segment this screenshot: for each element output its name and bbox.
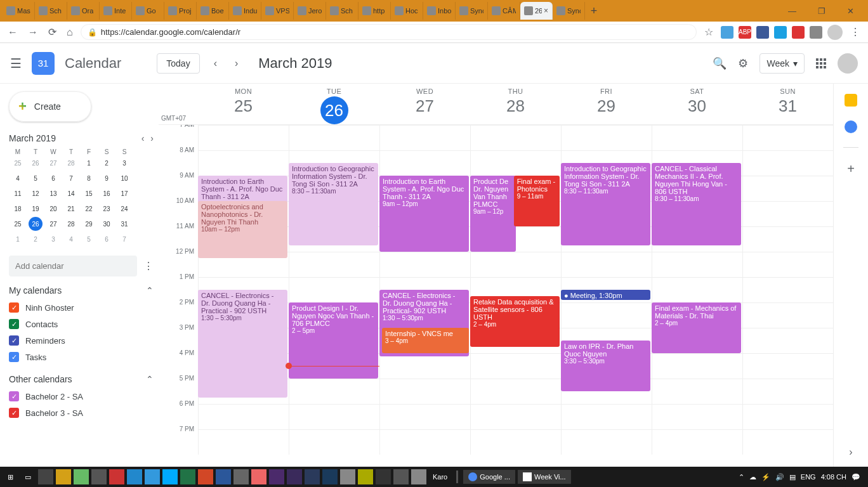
day-header[interactable]: THU28: [470, 88, 561, 124]
taskbar-app-icon[interactable]: [109, 469, 124, 484]
ext-icon-5[interactable]: [810, 26, 822, 39]
start-button[interactable]: ⊞: [3, 469, 18, 484]
mini-day[interactable]: 10: [115, 175, 133, 182]
taskbar-app-icon[interactable]: [393, 469, 409, 484]
tray-up-icon[interactable]: ⌃: [739, 473, 744, 481]
mini-day[interactable]: 28: [62, 160, 80, 167]
mini-day[interactable]: 28: [62, 221, 80, 228]
google-apps-icon[interactable]: [816, 58, 826, 68]
taskbar-app-icon[interactable]: [376, 469, 391, 484]
browser-tab[interactable]: Ora: [67, 2, 100, 20]
mini-day[interactable]: 4: [9, 175, 27, 182]
mini-day[interactable]: 3: [115, 160, 133, 167]
mini-day[interactable]: 6: [98, 236, 115, 243]
next-week-button[interactable]: ›: [231, 54, 242, 73]
settings-icon[interactable]: ⚙: [738, 56, 748, 70]
mini-day[interactable]: 29: [80, 221, 98, 228]
view-selector[interactable]: Week ▾: [760, 53, 805, 74]
search-icon[interactable]: 🔍: [713, 56, 727, 70]
mini-day[interactable]: 6: [44, 175, 62, 182]
mini-day[interactable]: 22: [80, 205, 98, 212]
mini-day[interactable]: 11: [9, 190, 27, 197]
mini-day[interactable]: 17: [115, 190, 133, 197]
calendar-event[interactable]: CANCEL - Classical Mechanics II - A. Pro…: [652, 163, 741, 245]
mini-day[interactable]: 3: [44, 236, 62, 243]
ext-adblock-icon[interactable]: ABP: [739, 26, 751, 39]
taskbar-app-icon[interactable]: [74, 469, 89, 484]
browser-tab[interactable]: Sch: [326, 2, 358, 20]
window-minimize[interactable]: —: [783, 4, 801, 18]
ext-icon-1[interactable]: [721, 26, 733, 39]
calendar-event[interactable]: ● Meeting, 1:30pm: [561, 290, 650, 300]
calendar-item[interactable]: ✓Bachelor 3 - SA: [9, 405, 154, 421]
taskbar-app-icon[interactable]: [127, 469, 142, 484]
calendar-item[interactable]: ✓Contacts: [9, 316, 154, 332]
day-header[interactable]: MON25: [198, 88, 289, 124]
taskview-icon[interactable]: ▭: [20, 469, 36, 484]
day-header[interactable]: TUE26: [289, 88, 379, 124]
browser-tab[interactable]: Sch: [35, 2, 67, 20]
hamburger-icon[interactable]: ☰: [10, 56, 22, 71]
day-header[interactable]: WED27: [379, 88, 470, 124]
mini-day[interactable]: 1: [80, 160, 98, 167]
calendar-item[interactable]: ✓Tasks: [9, 349, 154, 365]
taskbar-app-icon[interactable]: [91, 469, 107, 484]
mini-day[interactable]: 7: [62, 175, 80, 182]
other-calendars-header[interactable]: Other calendars ⌃: [9, 374, 154, 384]
add-panel-button[interactable]: +: [847, 162, 855, 176]
mini-day[interactable]: 26: [29, 217, 43, 231]
calendar-event[interactable]: Internship - VNCS me3 – 4pm: [382, 328, 469, 353]
calendar-event[interactable]: Optoelectronics and Nanophotonics - Dr. …: [198, 201, 287, 258]
calendar-item[interactable]: ✓Ninh Ghoster: [9, 299, 154, 316]
nav-back[interactable]: ←: [5, 24, 20, 41]
taskbar-app-icon[interactable]: [340, 469, 355, 484]
taskbar-pr-icon[interactable]: [269, 469, 284, 484]
mini-day[interactable]: 14: [62, 190, 80, 197]
mini-day[interactable]: 15: [80, 190, 98, 197]
taskbar-word-icon[interactable]: [216, 469, 231, 484]
mini-day[interactable]: 25: [9, 160, 27, 167]
browser-tab[interactable]: Indu: [229, 2, 261, 20]
mini-day[interactable]: 1: [9, 236, 27, 243]
taskbar-app-icon[interactable]: [56, 469, 71, 484]
calendar-event[interactable]: Introduction to Geographic Information S…: [561, 163, 650, 245]
mini-day[interactable]: 4: [62, 236, 80, 243]
browser-menu[interactable]: ⋮: [848, 23, 863, 41]
tray-icon[interactable]: ☁: [749, 473, 756, 481]
tray-icon[interactable]: ⚡: [761, 473, 770, 481]
mini-day[interactable]: 2: [27, 236, 44, 243]
taskbar-app-icon[interactable]: [411, 469, 426, 484]
browser-tab[interactable]: Hoc: [391, 2, 423, 20]
url-input[interactable]: 🔒 https://calendar.google.com/calendar/r: [81, 24, 697, 40]
calendar-event[interactable]: Retake Data acquisition & Satellite sens…: [470, 296, 560, 347]
tray-clock[interactable]: 4:08 CH: [821, 473, 846, 481]
bookmark-star[interactable]: ☆: [702, 23, 716, 41]
browser-tab[interactable]: CẮM: [488, 2, 520, 20]
create-button[interactable]: + Create: [9, 91, 91, 122]
mini-day[interactable]: 9: [98, 175, 115, 182]
mini-day[interactable]: 21: [62, 205, 80, 212]
mini-day[interactable]: 18: [9, 205, 27, 212]
taskbar-lr-icon[interactable]: [305, 469, 320, 484]
mini-prev-button[interactable]: ‹: [141, 133, 145, 143]
calendar-event[interactable]: Introduction to Earth System - A. Prof. …: [379, 176, 469, 252]
chrome-profile-avatar[interactable]: [827, 25, 843, 40]
collapse-panel-button[interactable]: ›: [849, 446, 852, 467]
mini-day[interactable]: 8: [80, 175, 98, 182]
day-header[interactable]: SAT30: [652, 88, 742, 124]
mini-day[interactable]: 30: [98, 221, 115, 228]
window-maximize[interactable]: ❐: [813, 4, 831, 18]
browser-tab[interactable]: http: [358, 2, 391, 20]
mini-day[interactable]: 7: [115, 236, 133, 243]
mini-next-button[interactable]: ›: [150, 133, 154, 143]
taskbar-powerpoint-icon[interactable]: [198, 469, 213, 484]
taskbar-excel-icon[interactable]: [180, 469, 195, 484]
taskbar-window-2[interactable]: Week Vi...: [518, 470, 571, 484]
taskbar-ps-icon[interactable]: [322, 469, 338, 484]
new-tab-button[interactable]: +: [585, 4, 603, 18]
mini-day[interactable]: 5: [27, 175, 44, 182]
taskbar-chrome-window[interactable]: Google ...: [463, 470, 515, 484]
calendar-event[interactable]: CANCEL - Electronics - Dr. Duong Quang H…: [198, 290, 287, 398]
calendar-event[interactable]: Product De Dr. Nguyen Van Thanh PLMCC9am…: [470, 176, 516, 252]
mini-day[interactable]: 20: [44, 205, 62, 212]
